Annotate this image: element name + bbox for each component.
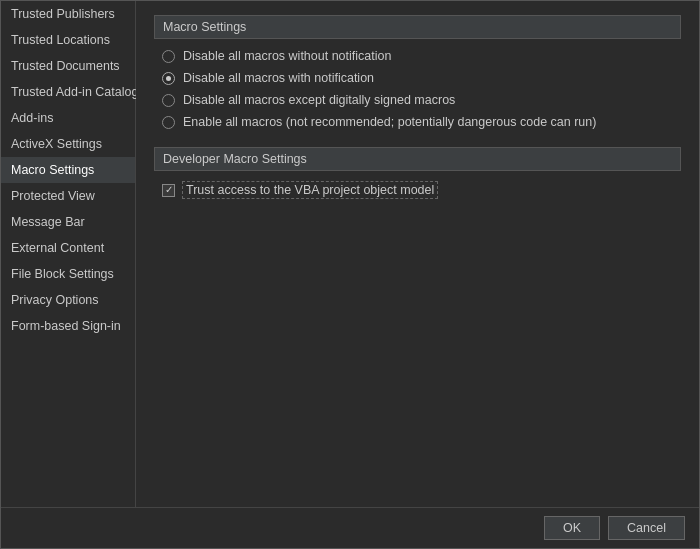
dialog-footer: OK Cancel: [1, 507, 699, 548]
radio-circle-2: [162, 94, 175, 107]
dialog-content: Trusted PublishersTrusted LocationsTrust…: [1, 1, 699, 507]
macro-radio-0[interactable]: Disable all macros without notification: [162, 49, 681, 63]
checkbox-icon[interactable]: [162, 184, 175, 197]
developer-section: Developer Macro Settings Trust access to…: [154, 147, 681, 199]
radio-circle-0: [162, 50, 175, 63]
sidebar-item-form-based-sign-in[interactable]: Form-based Sign-in: [1, 313, 135, 339]
sidebar-item-external-content[interactable]: External Content: [1, 235, 135, 261]
sidebar-item-activex-settings[interactable]: ActiveX Settings: [1, 131, 135, 157]
macro-radio-group: Disable all macros without notificationD…: [154, 49, 681, 129]
radio-label-0: Disable all macros without notification: [183, 49, 391, 63]
sidebar-item-trusted-locations[interactable]: Trusted Locations: [1, 27, 135, 53]
sidebar-item-macro-settings[interactable]: Macro Settings: [1, 157, 135, 183]
sidebar-item-trusted-documents[interactable]: Trusted Documents: [1, 53, 135, 79]
radio-label-3: Enable all macros (not recommended; pote…: [183, 115, 596, 129]
sidebar-item-trusted-publishers[interactable]: Trusted Publishers: [1, 1, 135, 27]
sidebar-item-trusted-add-in-catalogs[interactable]: Trusted Add-in Catalogs: [1, 79, 135, 105]
radio-circle-3: [162, 116, 175, 129]
ok-button[interactable]: OK: [544, 516, 600, 540]
cancel-button[interactable]: Cancel: [608, 516, 685, 540]
vba-trust-checkbox[interactable]: Trust access to the VBA project object m…: [154, 181, 681, 199]
developer-settings-header: Developer Macro Settings: [154, 147, 681, 171]
sidebar-item-protected-view[interactable]: Protected View: [1, 183, 135, 209]
macro-radio-3[interactable]: Enable all macros (not recommended; pote…: [162, 115, 681, 129]
sidebar: Trusted PublishersTrusted LocationsTrust…: [1, 1, 136, 507]
sidebar-item-file-block-settings[interactable]: File Block Settings: [1, 261, 135, 287]
radio-circle-1: [162, 72, 175, 85]
macro-radio-2[interactable]: Disable all macros except digitally sign…: [162, 93, 681, 107]
trust-center-dialog: Trusted PublishersTrusted LocationsTrust…: [0, 0, 700, 549]
macro-radio-1[interactable]: Disable all macros with notification: [162, 71, 681, 85]
radio-label-2: Disable all macros except digitally sign…: [183, 93, 455, 107]
sidebar-item-privacy-options[interactable]: Privacy Options: [1, 287, 135, 313]
vba-trust-label: Trust access to the VBA project object m…: [182, 181, 438, 199]
radio-label-1: Disable all macros with notification: [183, 71, 374, 85]
sidebar-item-message-bar[interactable]: Message Bar: [1, 209, 135, 235]
macro-settings-header: Macro Settings: [154, 15, 681, 39]
sidebar-item-add-ins[interactable]: Add-ins: [1, 105, 135, 131]
main-content: Macro Settings Disable all macros withou…: [136, 1, 699, 507]
